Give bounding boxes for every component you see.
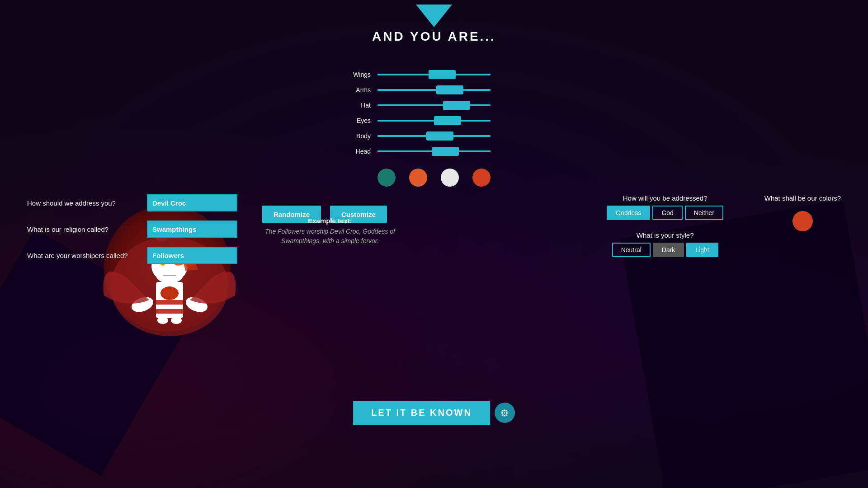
svg-rect-3 xyxy=(156,309,183,314)
religion-label: What is our religion called? xyxy=(27,225,140,233)
style-subsection: What is your style? Neutral Dark Light xyxy=(607,231,723,257)
slider-thumb-head[interactable] xyxy=(432,147,459,156)
example-section: Example text: The Followers worship Devi… xyxy=(262,217,398,246)
color-swatches-row xyxy=(377,169,868,187)
settings-gear-button[interactable]: ⚙ xyxy=(495,403,515,423)
address-panel: How will you be addressed? Goddess God N… xyxy=(607,194,723,257)
slider-thumb-arms[interactable] xyxy=(436,85,463,94)
slider-track-eyes[interactable] xyxy=(377,120,491,122)
light-button[interactable]: Light xyxy=(686,243,718,257)
slider-label-hat: Hat xyxy=(348,102,371,109)
address-question: How will you be addressed? xyxy=(607,194,723,202)
slider-row-eyes: Eyes xyxy=(348,117,868,124)
slider-row-hat: Hat xyxy=(348,102,868,109)
slider-track-body[interactable] xyxy=(377,135,491,137)
example-text: The Followers worship Devil Croc, Goddes… xyxy=(262,227,398,246)
form-row-worshipers: What are your worshipers called? xyxy=(27,247,237,264)
neutral-button[interactable]: Neutral xyxy=(612,243,651,257)
slider-label-body: Body xyxy=(348,132,371,140)
colors-question: What shall be our colors? xyxy=(764,194,841,202)
form-row-religion: What is our religion called? xyxy=(27,221,237,238)
style-buttons: Neutral Dark Light xyxy=(607,243,723,257)
worshipers-label: What are your worshipers called? xyxy=(27,252,140,259)
slider-thumb-hat[interactable] xyxy=(443,101,470,110)
slider-fill-hat xyxy=(377,104,491,106)
slider-track-wings[interactable] xyxy=(377,74,491,75)
slider-thumb-wings[interactable] xyxy=(429,70,456,79)
colors-panel: What shall be our colors? xyxy=(764,194,841,231)
slider-track-head[interactable] xyxy=(377,150,491,152)
dark-button[interactable]: Dark xyxy=(653,243,684,257)
slider-label-wings: Wings xyxy=(348,71,371,78)
svg-point-19 xyxy=(171,317,182,324)
form-section: How should we address you? What is our r… xyxy=(27,194,237,264)
bottom-section: LET IT BE KNOWN ⚙ xyxy=(353,401,515,425)
slider-label-arms: Arms xyxy=(348,86,371,94)
religion-input[interactable] xyxy=(147,221,237,238)
neither-button[interactable]: Neither xyxy=(685,206,723,220)
svg-point-18 xyxy=(157,317,168,324)
goddess-button[interactable]: Goddess xyxy=(607,206,650,220)
god-button[interactable]: God xyxy=(652,206,682,220)
selected-color-swatch[interactable] xyxy=(793,211,813,231)
character-section xyxy=(0,48,339,488)
main-container: AND YOU ARE... xyxy=(0,0,868,488)
slider-fill-arms xyxy=(377,89,491,91)
svg-point-17 xyxy=(160,286,179,300)
worshipers-input[interactable] xyxy=(147,247,237,264)
slider-track-arms[interactable] xyxy=(377,89,491,91)
color-swatch-teal[interactable] xyxy=(377,169,396,187)
name-input[interactable] xyxy=(147,194,237,211)
form-row-name: How should we address you? xyxy=(27,194,237,211)
example-label: Example text: xyxy=(262,217,398,225)
color-swatch-red[interactable] xyxy=(472,169,491,187)
slider-thumb-body[interactable] xyxy=(426,131,453,141)
slider-row-head: Head xyxy=(348,148,868,155)
page-title: AND YOU ARE... xyxy=(372,29,496,44)
slider-thumb-eyes[interactable] xyxy=(434,116,461,125)
svg-rect-2 xyxy=(156,300,183,305)
address-buttons: Goddess God Neither xyxy=(607,206,723,220)
slider-label-head: Head xyxy=(348,148,371,155)
color-swatch-white[interactable] xyxy=(441,169,459,187)
slider-track-hat[interactable] xyxy=(377,104,491,106)
let-it-be-known-button[interactable]: LET IT BE KNOWN xyxy=(353,401,490,425)
slider-label-eyes: Eyes xyxy=(348,117,371,124)
style-question: What is your style? xyxy=(607,231,723,239)
color-swatch-orange[interactable] xyxy=(409,169,427,187)
header-triangle xyxy=(416,5,452,27)
slider-row-arms: Arms xyxy=(348,86,868,94)
address-subsection: How will you be addressed? Goddess God N… xyxy=(607,194,723,220)
slider-row-wings: Wings xyxy=(348,71,868,78)
slider-row-body: Body xyxy=(348,132,868,140)
gear-icon: ⚙ xyxy=(500,408,509,418)
name-label: How should we address you? xyxy=(27,199,140,207)
